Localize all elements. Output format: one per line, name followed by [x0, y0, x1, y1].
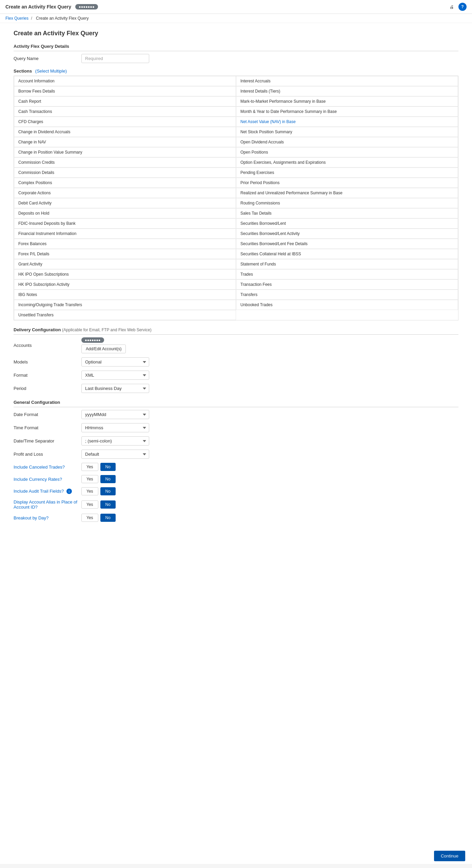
right-section-item-15[interactable]: Securities Borrowed/Lent Activity: [236, 229, 458, 239]
general-config-header: General Configuration: [14, 400, 458, 407]
right-section-item-14[interactable]: Securities Borrowed/Lent: [236, 218, 458, 229]
format-select[interactable]: XML CSV JSON: [81, 371, 149, 380]
left-section-item-6[interactable]: Change in NAV: [14, 137, 236, 147]
breakout-day-toggle: Yes No: [81, 514, 116, 522]
left-section-item-18[interactable]: Grant Activity: [14, 259, 236, 269]
right-section-item-21[interactable]: Transfers: [236, 290, 458, 300]
profit-loss-label: Profit and Loss: [14, 452, 81, 457]
right-section-item-18[interactable]: Statement of Funds: [236, 259, 458, 269]
continue-button[interactable]: Continue: [434, 851, 465, 861]
left-section-item-21[interactable]: IBG Notes: [14, 290, 236, 300]
currency-rates-toggle: Yes No: [81, 475, 116, 483]
right-section-item-10[interactable]: Prior Period Positions: [236, 178, 458, 188]
top-bar-right: 🖨 ?: [448, 3, 467, 11]
accounts-label: Accounts: [14, 343, 81, 348]
right-section-item-16[interactable]: Securities Borrowed/Lent Fee Details: [236, 239, 458, 249]
left-section-item-16[interactable]: Forex Balances: [14, 239, 236, 249]
right-section-item-12[interactable]: Routing Commissions: [236, 198, 458, 208]
left-section-item-2[interactable]: Cash Report: [14, 96, 236, 106]
print-icon[interactable]: 🖨: [448, 3, 456, 11]
right-sections-col: Interest AccrualsInterest Details (Tiers…: [236, 76, 458, 320]
format-label: Format: [14, 373, 81, 378]
currency-rates-no-button[interactable]: No: [100, 475, 116, 483]
right-section-item-1[interactable]: Interest Details (Tiers): [236, 86, 458, 96]
display-alias-label: Display Account Alias in Place of Accoun…: [14, 499, 81, 510]
time-format-select[interactable]: HHmmss HH:mm:ss: [81, 423, 149, 432]
time-format-label: Time Format: [14, 425, 81, 430]
left-section-item-10[interactable]: Complex Positions: [14, 178, 236, 188]
left-section-item-3[interactable]: Cash Transactions: [14, 106, 236, 117]
right-section-item-11[interactable]: Realized and Unrealized Performance Summ…: [236, 188, 458, 198]
help-icon[interactable]: ?: [458, 3, 467, 11]
accounts-value-group: ●●●●●●● Add/Edit Account(s): [81, 337, 126, 353]
delivery-sublabel: (Applicable for Email, FTP and Flex Web …: [62, 328, 152, 332]
date-format-select[interactable]: yyyyMMdd yyyy-MM-dd MM/dd/yyyy dd/MM/yyy…: [81, 410, 149, 419]
left-section-item-20[interactable]: HK IPO Subscription Activity: [14, 279, 236, 290]
sections-header-row: Sections (Select Multiple): [14, 68, 458, 74]
currency-rates-yes-button[interactable]: Yes: [81, 475, 98, 483]
query-name-input[interactable]: [81, 54, 149, 63]
canceled-trades-toggle: Yes No: [81, 463, 116, 471]
right-section-item-7[interactable]: Open Positions: [236, 147, 458, 157]
period-label: Period: [14, 386, 81, 391]
left-section-item-15[interactable]: Financial Instrument Information: [14, 229, 236, 239]
format-row: Format XML CSV JSON: [14, 371, 458, 380]
right-section-item-8[interactable]: Option Exercises, Assignments and Expira…: [236, 157, 458, 167]
left-section-item-0[interactable]: Account Information: [14, 76, 236, 86]
audit-trail-yes-button[interactable]: Yes: [81, 487, 98, 495]
currency-rates-row: Include Currency Rates? Yes No: [14, 475, 458, 483]
left-section-item-13[interactable]: Deposits on Hold: [14, 208, 236, 218]
breakout-day-yes-button[interactable]: Yes: [81, 514, 98, 522]
left-section-item-12[interactable]: Debit Card Activity: [14, 198, 236, 208]
profit-loss-row: Profit and Loss Default FIFO LIFO: [14, 450, 458, 459]
top-bar-title: Create an Activity Flex Query: [5, 4, 71, 9]
models-select[interactable]: Optional Model 1 Model 2: [81, 357, 149, 367]
left-section-item-8[interactable]: Commission Credits: [14, 157, 236, 167]
page-title: Create an Activity Flex Query: [14, 30, 458, 37]
right-section-item-3[interactable]: Month & Year to Date Performance Summary…: [236, 106, 458, 117]
display-alias-yes-button[interactable]: Yes: [81, 500, 98, 509]
models-label: Models: [14, 359, 81, 364]
period-select[interactable]: Last Business Day Current Week Last Week…: [81, 384, 149, 393]
left-section-item-7[interactable]: Change in Position Value Summary: [14, 147, 236, 157]
breadcrumb-parent[interactable]: Flex Queries: [5, 16, 28, 21]
canceled-trades-label: Include Canceled Trades?: [14, 465, 81, 470]
display-alias-no-button[interactable]: No: [100, 500, 116, 509]
right-section-item-2[interactable]: Mark-to-Market Performance Summary in Ba…: [236, 96, 458, 106]
canceled-trades-yes-button[interactable]: Yes: [81, 463, 98, 471]
audit-trail-info-icon[interactable]: i: [66, 489, 72, 494]
left-section-item-22[interactable]: Incoming/Outgoing Trade Transfers: [14, 300, 236, 310]
right-section-item-4[interactable]: Net Asset Value (NAV) in Base: [236, 117, 458, 127]
currency-rates-label: Include Currency Rates?: [14, 477, 81, 482]
right-section-item-0[interactable]: Interest Accruals: [236, 76, 458, 86]
datetime-sep-select[interactable]: ; (semi-colon) , (comma) | (pipe): [81, 436, 149, 446]
right-section-item-22[interactable]: Unbooked Trades: [236, 300, 458, 310]
audit-trail-no-button[interactable]: No: [100, 487, 116, 495]
right-section-item-6[interactable]: Open Dividend Accruals: [236, 137, 458, 147]
canceled-trades-no-button[interactable]: No: [100, 463, 116, 471]
activity-details-section: Activity Flex Query Details Query Name: [14, 44, 458, 63]
left-section-item-9[interactable]: Commission Details: [14, 167, 236, 178]
left-section-item-17[interactable]: Forex P/L Details: [14, 249, 236, 259]
right-section-item-20[interactable]: Transaction Fees: [236, 279, 458, 290]
right-section-item-5[interactable]: Net Stock Position Summary: [236, 127, 458, 137]
right-section-item-17[interactable]: Securities Collateral Held at IBSS: [236, 249, 458, 259]
left-section-item-5[interactable]: Change in Dividend Accruals: [14, 127, 236, 137]
display-alias-toggle: Yes No: [81, 500, 116, 509]
datetime-sep-label: Date/Time Separator: [14, 438, 81, 443]
left-section-item-14[interactable]: FDIC-Insured Deposits by Bank: [14, 218, 236, 229]
left-section-item-11[interactable]: Corporate Actions: [14, 188, 236, 198]
left-section-item-1[interactable]: Borrow Fees Details: [14, 86, 236, 96]
right-section-item-19[interactable]: Trades: [236, 269, 458, 279]
left-section-item-23[interactable]: Unsettled Transfers: [14, 310, 236, 320]
breakout-day-no-button[interactable]: No: [100, 514, 116, 522]
profit-loss-select[interactable]: Default FIFO LIFO: [81, 450, 149, 459]
delivery-config-header: Delivery Configuration (Applicable for E…: [14, 327, 458, 335]
left-section-item-19[interactable]: HK IPO Open Subscriptions: [14, 269, 236, 279]
sections-label: Sections: [14, 68, 32, 74]
add-edit-accounts-button[interactable]: Add/Edit Account(s): [81, 344, 126, 353]
right-section-item-9[interactable]: Pending Exercises: [236, 167, 458, 178]
sections-grid: Account InformationBorrow Fees DetailsCa…: [14, 76, 458, 320]
right-section-item-13[interactable]: Sales Tax Details: [236, 208, 458, 218]
left-section-item-4[interactable]: CFD Charges: [14, 117, 236, 127]
